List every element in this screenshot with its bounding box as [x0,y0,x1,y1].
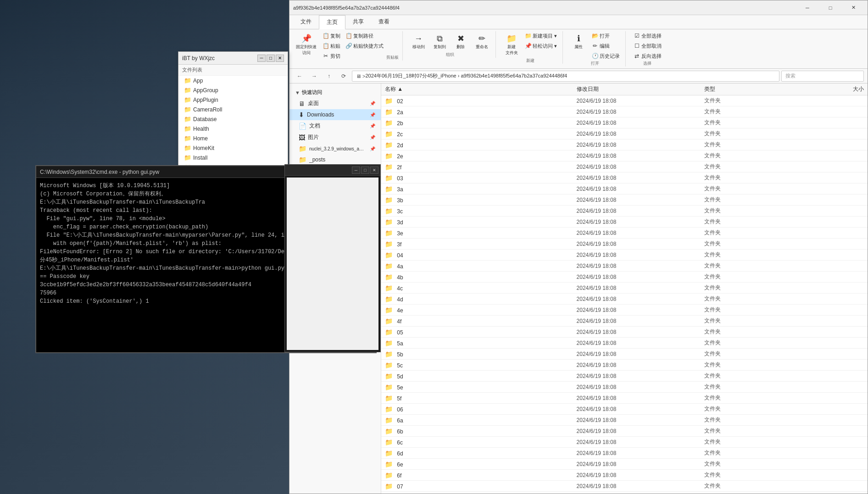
sidebar-item-nuclei[interactable]: 📁 nuclei_3.2.9_windows_amd64 📌 [289,143,381,154]
quick-access-header[interactable]: ▼ 快速访问 [289,87,381,98]
ibt-minimize-button[interactable]: ─ [257,55,266,62]
table-row[interactable]: 📁 3a 2024/6/19 18:08 文件夹 [381,183,868,194]
table-row[interactable]: 📁 5d 2024/6/19 18:08 文件夹 [381,371,868,382]
list-item[interactable]: 📁 AppGroup [178,85,288,95]
rename-button[interactable]: ✏ 重命名 [472,31,492,52]
table-row[interactable]: 📁 6f 2024/6/19 18:08 文件夹 [381,470,868,481]
list-item[interactable]: 📁 Health [178,124,288,133]
select-all-button[interactable]: ☑ 全部选择 [631,31,663,40]
ibt-maximize-button[interactable]: □ [267,55,275,62]
table-row[interactable]: 📁 4a 2024/6/19 18:08 文件夹 [381,261,868,272]
delete-button[interactable]: ✖ 删除 [451,31,471,52]
table-row[interactable]: 📁 04 2024/6/19 18:08 文件夹 [381,250,868,261]
col-header-size[interactable]: 大小 [800,85,864,93]
table-row[interactable]: 📁 6e 2024/6/19 18:08 文件夹 [381,459,868,470]
minimize-button[interactable]: ─ [797,2,818,13]
edit-icon: ✏ [591,42,599,50]
table-row[interactable]: 📁 4f 2024/6/19 18:08 文件夹 [381,316,868,327]
table-row[interactable]: 📁 2f 2024/6/19 18:08 文件夹 [381,161,868,172]
list-item[interactable]: 📁 CameraRoll [178,105,288,114]
table-row[interactable]: 📁 02 2024/6/19 18:08 文件夹 [381,95,868,106]
back-button[interactable]: ← [293,71,306,82]
table-row[interactable]: 📁 5e 2024/6/19 18:08 文件夹 [381,382,868,393]
table-row[interactable]: 📁 2e 2024/6/19 18:08 文件夹 [381,150,868,161]
table-row[interactable]: 📁 3d 2024/6/19 18:08 文件夹 [381,216,868,228]
refresh-button[interactable]: ⟳ [337,71,350,82]
tab-home[interactable]: 主页 [319,15,345,29]
search-input[interactable]: 搜索 [781,71,864,82]
tab-share[interactable]: 共享 [345,15,371,29]
up-button[interactable]: ↑ [323,71,335,82]
move-to-button[interactable]: → 移动到 [408,31,428,52]
tab-view[interactable]: 查看 [371,15,397,29]
small-win-maximize[interactable]: □ [361,167,369,174]
table-row[interactable]: 📁 2a 2024/6/19 18:08 文件夹 [381,106,868,117]
table-row[interactable]: 📁 4c 2024/6/19 18:08 文件夹 [381,283,868,294]
col-header-name[interactable]: 名称 ▲ [385,85,577,93]
forward-button[interactable]: → [308,71,321,82]
folder-icon: 📁 [385,185,393,193]
easy-access-button[interactable]: 📌 轻松访问 ▾ [523,41,559,50]
sidebar-item-downloads[interactable]: ⬇ Downloads 📌 [289,109,381,120]
small-win-minimize[interactable]: ─ [352,167,360,174]
table-row[interactable]: 📁 3e 2024/6/19 18:08 文件夹 [381,228,868,239]
folder-icon: 📁 [385,405,393,413]
new-item-button[interactable]: 📁 新建项目 ▾ [523,31,559,40]
list-item[interactable]: 📁 AppPlugin [178,95,288,105]
new-folder-big-button[interactable]: 📁 新建文件夹 [501,31,522,58]
ibt-close-button[interactable]: ✕ [276,55,284,62]
table-row[interactable]: 📁 03 2024/6/19 18:08 文件夹 [381,172,868,183]
pin-quick-access-button[interactable]: 📌 固定到快速访问 [293,31,319,58]
table-row[interactable]: 📁 5f 2024/6/19 18:08 文件夹 [381,393,868,404]
paste-shortcut-button[interactable]: 🔗 粘贴快捷方式 [343,41,385,50]
col-header-date[interactable]: 修改日期 [577,85,704,93]
table-row[interactable]: 📁 4e 2024/6/19 18:08 文件夹 [381,305,868,316]
list-item[interactable]: 📁 Database [178,114,288,124]
list-item[interactable]: 📁 Install [178,153,288,162]
table-row[interactable]: 📁 4b 2024/6/19 18:08 文件夹 [381,272,868,283]
list-item[interactable]: 📁 Home [178,133,288,143]
table-row[interactable]: 📁 6c 2024/6/19 18:08 文件夹 [381,437,868,448]
open-button[interactable]: 📂 打开 [590,31,622,40]
properties-button[interactable]: ℹ 属性 [568,31,589,61]
table-row[interactable]: 📁 06 2024/6/19 18:08 文件夹 [381,404,868,415]
table-row[interactable]: 📁 05 2024/6/19 18:08 文件夹 [381,327,868,338]
history-button[interactable]: 🕐 历史记录 [590,51,622,61]
table-row[interactable]: 📁 5a 2024/6/19 18:08 文件夹 [381,338,868,349]
table-row[interactable]: 📁 2c 2024/6/19 18:08 文件夹 [381,128,868,139]
table-row[interactable]: 📁 4d 2024/6/19 18:08 文件夹 [381,294,868,305]
col-header-type[interactable]: 类型 [704,85,800,93]
edit-button[interactable]: ✏ 编辑 [590,41,622,50]
paste-button[interactable]: 📋 粘贴 [320,41,342,50]
table-row[interactable]: 📁 5b 2024/6/19 18:08 文件夹 [381,349,868,360]
copy-path-button[interactable]: 📋 复制路径 [343,31,385,40]
table-row[interactable]: 📁 3b 2024/6/19 18:08 文件夹 [381,194,868,205]
table-row[interactable]: 📁 6b 2024/6/19 18:08 文件夹 [381,426,868,437]
copy-button[interactable]: 📋 复制 [320,31,342,40]
table-row[interactable]: 📁 6d 2024/6/19 18:08 文件夹 [381,448,868,459]
table-row[interactable]: 📁 3f 2024/6/19 18:08 文件夹 [381,239,868,250]
list-item[interactable]: 📁 App [178,76,288,85]
address-path[interactable]: 🖥 > 2024年06月19日_18时07分45秒_iPhone › a9f93… [352,71,779,82]
table-row[interactable]: 📁 2b 2024/6/19 18:08 文件夹 [381,117,868,128]
cut-button[interactable]: ✂ 剪切 [320,51,342,61]
deselect-all-button[interactable]: ☐ 全部取消 [631,41,663,50]
sidebar-item-posts[interactable]: 📁 _posts [289,154,381,165]
sidebar-item-desktop[interactable]: 🖥 桌面 📌 [289,98,381,109]
table-row[interactable]: 📁 3c 2024/6/19 18:08 文件夹 [381,205,868,216]
table-row[interactable]: 📁 2d 2024/6/19 18:08 文件夹 [381,139,868,150]
tab-file[interactable]: 文件 [293,15,319,29]
copy-to-button[interactable]: ⧉ 复制到 [429,31,450,52]
close-button[interactable]: ✕ [843,2,864,13]
sidebar-item-pictures[interactable]: 🖼 图片 📌 [289,132,381,143]
table-row[interactable]: 📁 5c 2024/6/19 18:08 文件夹 [381,360,868,371]
table-row[interactable]: 📁 6a 2024/6/19 18:08 文件夹 [381,415,868,426]
table-row[interactable]: 📁 7a 2024/6/19 18:08 文件夹 [381,492,868,494]
new-folder-big-icon: 📁 [506,33,517,44]
sidebar-item-documents[interactable]: 📄 文档 📌 [289,120,381,132]
table-row[interactable]: 📁 07 2024/6/19 18:08 文件夹 [381,481,868,492]
list-item[interactable]: 📁 HomeKit [178,143,288,153]
small-win-close[interactable]: ✕ [370,167,378,174]
maximize-button[interactable]: □ [820,2,841,13]
invert-selection-button[interactable]: ⇄ 反向选择 [631,51,663,61]
